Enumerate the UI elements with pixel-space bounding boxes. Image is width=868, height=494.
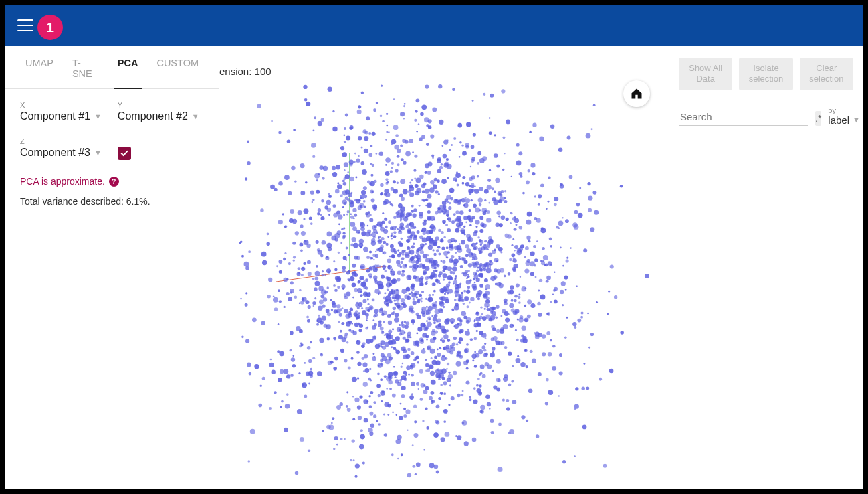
menu-icon[interactable] — [17, 19, 33, 31]
projection-tabs: UMAP T-SNE PCA CUSTOM — [5, 46, 219, 89]
tab-custom[interactable]: CUSTOM — [147, 46, 208, 88]
check-icon — [120, 149, 129, 158]
left-panel: UMAP T-SNE PCA CUSTOM X Component #1 ▼ Y — [5, 46, 219, 489]
z-axis-label: Z — [20, 137, 102, 145]
z-enable-checkbox[interactable] — [118, 147, 131, 160]
search-by-control: by label ▼ — [828, 106, 867, 126]
chevron-down-icon: ▼ — [94, 149, 102, 157]
show-all-data-button[interactable]: Show All Data — [679, 58, 732, 90]
app-root: 1 UMAP T-SNE PCA CUSTOM X Component #1 ▼ — [5, 5, 863, 489]
z-axis-control: Z Component #3 ▼ — [20, 137, 102, 161]
z-axis-value: Component #3 — [20, 147, 90, 159]
search-input[interactable] — [679, 108, 808, 126]
search-by-select[interactable]: label ▼ — [828, 114, 867, 126]
x-axis-control: X Component #1 ▼ — [20, 101, 102, 125]
clear-selection-button[interactable]: Clear selection — [800, 58, 853, 90]
y-axis-value: Component #2 — [118, 110, 188, 122]
isolate-selection-button[interactable]: Isolate selection — [739, 58, 792, 90]
step-badge: 1 — [37, 15, 63, 40]
help-icon[interactable]: ? — [109, 177, 119, 187]
right-panel: Show All Data Isolate selection Clear se… — [669, 46, 863, 489]
y-axis-control: Y Component #2 ▼ — [118, 101, 199, 125]
chevron-down-icon: ▼ — [192, 112, 199, 120]
x-axis-value: Component #1 — [20, 110, 90, 122]
selection-buttons: Show All Data Isolate selection Clear se… — [679, 58, 853, 90]
tab-umap[interactable]: UMAP — [16, 46, 63, 88]
search-by-value: label — [828, 114, 849, 126]
regex-toggle[interactable]: .* — [815, 111, 821, 126]
pca-controls: X Component #1 ▼ Y Component #2 ▼ — [5, 89, 219, 219]
z-axis-select[interactable]: Component #3 ▼ — [20, 147, 102, 161]
main-row: UMAP T-SNE PCA CUSTOM X Component #1 ▼ Y — [5, 46, 863, 489]
variance-text: Total variance described: 6.1%. — [20, 196, 204, 207]
search-row: .* by label ▼ — [679, 106, 853, 126]
scatter-canvas[interactable] — [219, 46, 669, 489]
visualization-pane[interactable]: ension: 100 — [219, 46, 669, 489]
tab-pca[interactable]: PCA — [108, 46, 148, 88]
x-axis-label: X — [20, 101, 102, 109]
x-axis-select[interactable]: Component #1 ▼ — [20, 110, 102, 125]
tab-tsne[interactable]: T-SNE — [63, 46, 108, 88]
y-axis-select[interactable]: Component #2 ▼ — [118, 110, 199, 125]
search-by-label: by — [828, 106, 867, 114]
chevron-down-icon: ▼ — [94, 112, 102, 120]
pca-approximate-note: PCA is approximate. ? — [20, 176, 204, 187]
pca-approximate-text: PCA is approximate. — [20, 176, 105, 187]
chevron-down-icon: ▼ — [853, 116, 860, 124]
top-bar: 1 — [5, 5, 863, 46]
y-axis-label: Y — [118, 101, 199, 109]
